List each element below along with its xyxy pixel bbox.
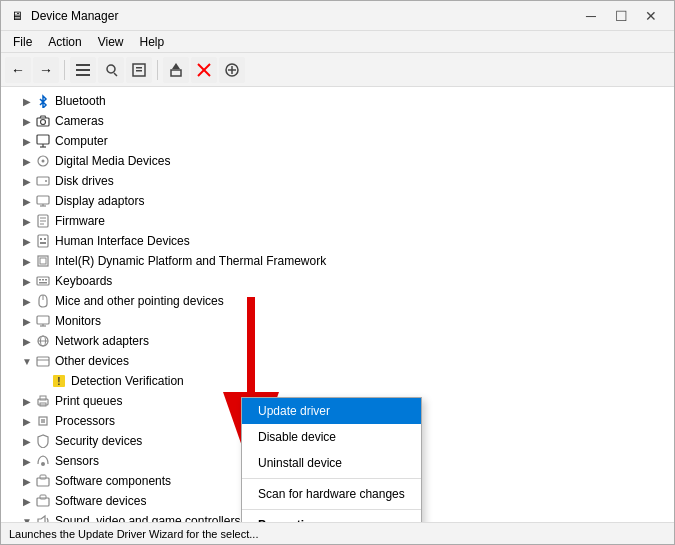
svg-rect-8 [171,70,181,76]
svg-rect-1 [76,69,90,71]
close-button[interactable]: ✕ [636,3,666,29]
expand-icon: ▶ [21,215,33,227]
properties-button[interactable] [126,57,152,83]
list-item[interactable]: ▶ Firmware [1,211,674,231]
svg-line-4 [114,73,117,76]
svg-rect-31 [38,235,48,247]
expand-icon: ▶ [21,455,33,467]
context-properties[interactable]: Properties [242,512,421,522]
svg-point-3 [107,65,115,73]
firmware-label: Firmware [55,214,105,228]
show-hide-button[interactable] [70,57,96,83]
context-update-driver[interactable]: Update driver [242,398,421,424]
maximize-button[interactable]: ☐ [606,3,636,29]
monitors-label: Monitors [55,314,101,328]
svg-point-16 [41,120,46,125]
expand-icon: ▶ [21,335,33,347]
expand-icon: ▶ [21,155,33,167]
expand-icon: ▶ [21,255,33,267]
forward-button[interactable]: → [33,57,59,83]
title-bar: 🖥 Device Manager ─ ☐ ✕ [1,1,674,31]
expand-icon: ▶ [21,315,33,327]
list-item[interactable]: ▶ Intel(R) Dynamic Platform and Thermal … [1,251,674,271]
svg-rect-24 [37,196,49,204]
context-scan-hardware[interactable]: Scan for hardware changes [242,481,421,507]
context-separator-1 [242,478,421,479]
intel-thermal-label: Intel(R) Dynamic Platform and Thermal Fr… [55,254,326,268]
expand-icon: ▶ [21,395,33,407]
list-item[interactable]: ▶ Computer [1,131,674,151]
menu-view[interactable]: View [90,33,132,51]
toolbar-sep2 [157,60,158,80]
svg-marker-9 [172,63,180,69]
context-disable-device[interactable]: Disable device [242,424,421,450]
expand-icon: ▶ [21,95,33,107]
sound-label: Sound, video and game controllers [55,514,240,522]
bluetooth-label: Bluetooth [55,94,106,108]
monitors-icon [35,313,51,329]
context-menu: Update driver Disable device Uninstall d… [241,397,422,522]
network-icon [35,333,51,349]
svg-rect-32 [40,238,42,240]
svg-point-21 [42,160,45,163]
firmware-icon [35,213,51,229]
status-text: Launches the Update Driver Wizard for th… [9,528,258,540]
context-uninstall-device[interactable]: Uninstall device [242,450,421,476]
expand-icon: ▶ [21,115,33,127]
sensors-icon [35,453,51,469]
list-item[interactable]: ! Detection Verification [1,371,674,391]
digital-media-icon [35,153,51,169]
list-item[interactable]: ▶ Human Interface Devices [1,231,674,251]
expand-icon: ▶ [21,495,33,507]
security-devices-label: Security devices [55,434,142,448]
list-item[interactable]: ▶ Digital Media Devices [1,151,674,171]
device-tree[interactable]: ▶ Bluetooth ▶ Cameras ▶ Computer [1,87,674,522]
svg-rect-49 [37,357,49,366]
svg-rect-36 [40,258,46,264]
expand-icon: ▶ [21,195,33,207]
svg-rect-56 [41,419,45,423]
update-driver-button[interactable] [163,57,189,83]
svg-rect-17 [37,135,49,144]
hid-label: Human Interface Devices [55,234,190,248]
menu-help[interactable]: Help [132,33,173,51]
list-item[interactable]: ▶ Display adaptors [1,191,674,211]
window-controls: ─ ☐ ✕ [576,3,666,29]
network-label: Network adapters [55,334,149,348]
list-item[interactable]: ▶ Keyboards [1,271,674,291]
disk-drives-icon [35,173,51,189]
expand-sound-icon: ▼ [21,515,33,522]
other-devices-label: Other devices [55,354,129,368]
print-queues-label: Print queues [55,394,122,408]
minimize-button[interactable]: ─ [576,3,606,29]
content-area: ▶ Bluetooth ▶ Cameras ▶ Computer [1,87,674,522]
list-item[interactable]: ▶ Network adapters [1,331,674,351]
processors-label: Processors [55,414,115,428]
scan-button[interactable] [98,57,124,83]
list-item[interactable]: ▶ Monitors [1,311,674,331]
add-button[interactable] [219,57,245,83]
toolbar-sep1 [64,60,65,80]
mice-label: Mice and other pointing devices [55,294,224,308]
digital-media-label: Digital Media Devices [55,154,170,168]
svg-rect-7 [136,70,142,72]
list-item[interactable]: ▶ Mice and other pointing devices [1,291,674,311]
hid-icon [35,233,51,249]
cameras-label: Cameras [55,114,104,128]
svg-rect-34 [40,242,46,244]
list-item[interactable]: ▼ Other devices [1,351,674,371]
disk-drives-label: Disk drives [55,174,114,188]
menu-file[interactable]: File [5,33,40,51]
detection-verification-label: Detection Verification [71,374,184,388]
computer-label: Computer [55,134,108,148]
list-item[interactable]: ▶ Bluetooth [1,91,674,111]
remove-button[interactable] [191,57,217,83]
intel-thermal-icon [35,253,51,269]
display-adaptors-label: Display adaptors [55,194,144,208]
list-item[interactable]: ▶ Cameras [1,111,674,131]
menu-action[interactable]: Action [40,33,89,51]
back-button[interactable]: ← [5,57,31,83]
list-item[interactable]: ▶ Disk drives [1,171,674,191]
svg-rect-39 [42,279,44,281]
svg-rect-38 [39,279,41,281]
